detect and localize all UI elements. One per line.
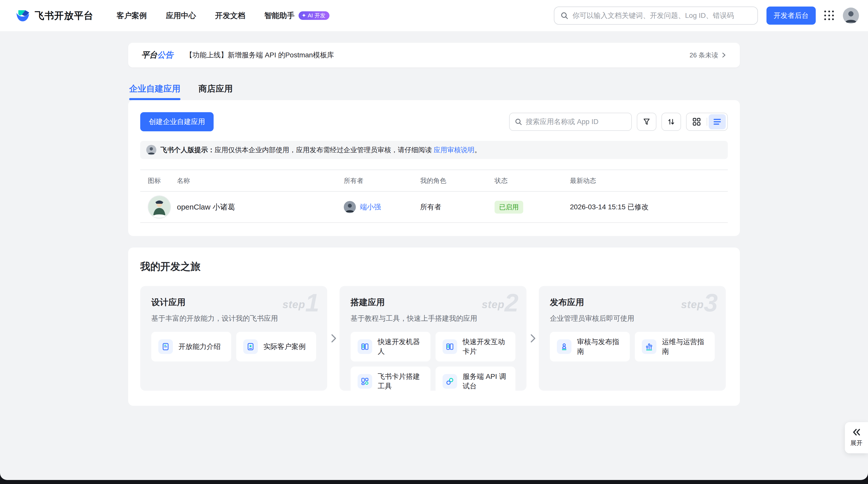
star-doc-icon [243, 339, 258, 354]
toggle-divider [707, 118, 707, 126]
notice-suffix: 。 [474, 146, 481, 154]
unread-count: 26 条未读 [689, 51, 718, 60]
owner-avatar [344, 201, 356, 213]
page-content: 平台公告 【功能上线】新增服务端 API 的Postman模板库 26 条未读 … [128, 43, 740, 406]
sparkle-icon: ✦ [302, 13, 306, 18]
app-list-panel: 创建企业自建应用 [128, 100, 740, 236]
role-cell: 所有者 [420, 202, 495, 212]
step-separator [526, 286, 539, 391]
link-label: 审核与发布指南 [577, 337, 623, 356]
table-row[interactable]: openClaw 小诸葛 端小强 所有者 已启用 2026 [140, 192, 728, 223]
nav-item-dev-docs[interactable]: 开发文档 [215, 10, 245, 21]
link-review-publish-guide[interactable]: 审核与发布指南 [550, 332, 630, 362]
notice-bold: 飞书个人版提示： [160, 146, 215, 154]
owner-name-link[interactable]: 端小强 [360, 202, 381, 212]
col-status: 状态 [495, 176, 570, 185]
list-view-button[interactable] [709, 114, 726, 129]
step-card-build: step2 搭建应用 基于教程与工具，快速上手搭建我的应用 [340, 286, 526, 391]
journey-title: 我的开发之旅 [140, 260, 728, 274]
search-icon [515, 118, 522, 125]
journey-steps: step1 设计应用 基于丰富的开放能力，设计我的飞书应用 [140, 286, 728, 391]
personal-edition-notice: 飞书个人版提示：应用仅供本企业内部使用，应用发布需经过企业管理员审核，请仔细阅读… [140, 141, 728, 159]
app-search[interactable] [509, 113, 632, 131]
link-api-debugger[interactable]: 服务端 API 调试台 [435, 367, 516, 396]
app-name[interactable]: openClaw 小诸葛 [177, 202, 344, 212]
step1-title: 设计应用 [151, 296, 316, 308]
link-open-capabilities[interactable]: 开放能力介绍 [151, 332, 231, 362]
app-launcher-icon[interactable] [824, 10, 834, 21]
ai-dev-badge[interactable]: ✦AI 开发 [299, 11, 330, 20]
status-badge: 已启用 [495, 201, 523, 213]
updated-cell: 2026-03-14 15:15 已修改 [570, 202, 720, 212]
col-owner: 所有者 [344, 176, 420, 185]
double-chevron-left-icon [852, 428, 861, 436]
app-search-input[interactable] [526, 118, 626, 126]
user-avatar[interactable] [843, 7, 859, 24]
step2-title: 搭建应用 [350, 296, 516, 308]
book-icon [358, 339, 372, 354]
link-label: 飞书卡片搭建工具 [378, 372, 424, 391]
link-card-builder-tool[interactable]: 飞书卡片搭建工具 [350, 367, 431, 396]
expand-sidebar-button[interactable]: 展开 [845, 422, 868, 453]
global-search-input[interactable] [572, 11, 751, 20]
col-updated: 最新动态 [570, 176, 720, 185]
toolbar-right-group [509, 113, 728, 131]
link-build-card[interactable]: 快速开发互动卡片 [435, 332, 516, 362]
col-role: 我的角色 [420, 176, 495, 185]
col-icon: 图标 [148, 176, 177, 185]
announcement-label-prefix: 平台 [141, 50, 157, 59]
chevron-right-icon [330, 333, 337, 343]
announcement-text[interactable]: 【功能上线】新增服务端 API 的Postman模板库 [185, 50, 334, 60]
announcement-unread[interactable]: 26 条未读 [689, 51, 727, 60]
sort-button[interactable] [661, 113, 681, 131]
developer-console-button[interactable]: 开发者后台 [767, 6, 816, 25]
step-card-design: step1 设计应用 基于丰富的开放能力，设计我的飞书应用 [140, 286, 327, 391]
sort-icon [667, 118, 675, 126]
nav-item-customer-cases[interactable]: 客户案例 [117, 10, 147, 21]
blocks-icon [358, 374, 372, 389]
link-label: 快速开发机器人 [378, 337, 424, 356]
nav-item-app-center[interactable]: 应用中心 [166, 10, 196, 21]
book-icon [442, 339, 457, 354]
step-separator [327, 286, 340, 391]
create-app-button[interactable]: 创建企业自建应用 [140, 112, 214, 131]
feishu-bird-icon [15, 8, 30, 23]
notice-body: 应用仅供本企业内部使用，应用发布需经过企业管理员审核，请仔细阅读 [215, 146, 432, 154]
grid-view-button[interactable] [688, 114, 705, 129]
filter-icon [643, 118, 651, 126]
feishu-logo[interactable]: 飞书开放平台 [15, 8, 93, 23]
notice-avatar [146, 145, 156, 155]
stamp-icon [557, 339, 571, 354]
app-avatar [148, 196, 171, 219]
link-ops-guide[interactable]: 运维与运营指南 [635, 332, 715, 362]
chevron-right-icon [721, 52, 727, 58]
app-table: 图标 名称 所有者 我的角色 状态 最新动态 [140, 170, 728, 223]
ai-badge-label: AI 开发 [308, 13, 326, 18]
app-panel-toolbar: 创建企业自建应用 [140, 112, 728, 131]
app-type-tabs: 企业自建应用 商店应用 [128, 83, 740, 100]
step-card-publish: step3 发布应用 企业管理员审核后即可使用 [539, 286, 726, 391]
dev-journey-panel: 我的开发之旅 step1 设计应用 基于丰富的开放能力，设计我的飞书应用 [128, 248, 740, 406]
nav-item-label: 智能助手 [265, 10, 294, 21]
global-search[interactable] [554, 6, 758, 25]
link-label: 运维与运营指南 [662, 337, 708, 356]
step1-desc: 基于丰富的开放能力，设计我的飞书应用 [151, 314, 316, 323]
filter-button[interactable] [637, 113, 656, 131]
search-icon [560, 11, 568, 20]
doc-icon [158, 339, 173, 354]
chevron-right-icon [529, 333, 536, 343]
grid-view-icon [692, 117, 701, 126]
platform-announcement-banner[interactable]: 平台公告 【功能上线】新增服务端 API 的Postman模板库 26 条未读 [128, 43, 740, 67]
view-mode-toggle [686, 113, 728, 131]
nav-item-ai-assistant[interactable]: 智能助手 ✦AI 开发 [265, 10, 330, 21]
tab-store-apps[interactable]: 商店应用 [198, 83, 233, 100]
desktop-background: 飞书开放平台 客户案例 应用中心 开发文档 智能助手 ✦AI 开发 开发者后台 [0, 0, 868, 484]
table-header: 图标 名称 所有者 我的角色 状态 最新动态 [140, 170, 728, 192]
link-customer-cases[interactable]: 实际客户案例 [236, 332, 316, 362]
tab-self-built-apps[interactable]: 企业自建应用 [129, 83, 180, 100]
header-right-group: 开发者后台 [554, 6, 859, 25]
review-guide-link[interactable]: 应用审核说明 [434, 146, 474, 154]
link-build-bot[interactable]: 快速开发机器人 [350, 332, 431, 362]
step3-title: 发布应用 [550, 296, 715, 308]
step2-desc: 基于教程与工具，快速上手搭建我的应用 [350, 314, 516, 323]
